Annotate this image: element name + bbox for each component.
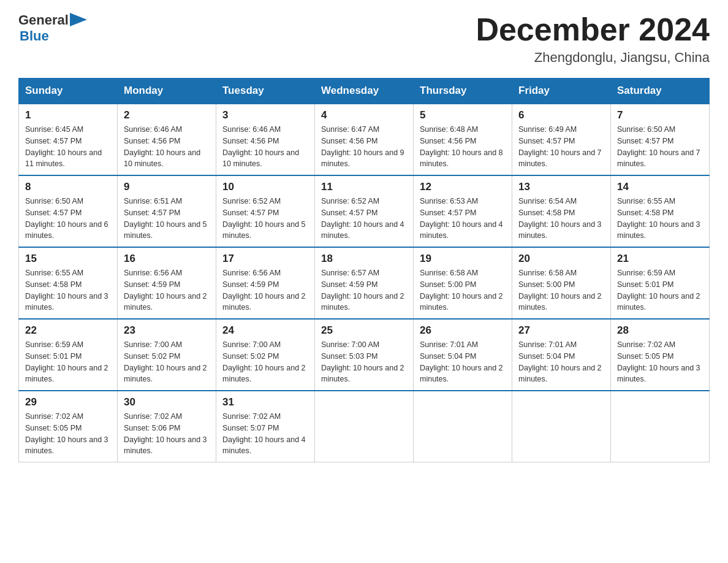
calendar-day-cell: 2 Sunrise: 6:46 AMSunset: 4:56 PMDayligh… — [118, 104, 216, 175]
day-info: Sunrise: 6:57 AMSunset: 4:59 PMDaylight:… — [321, 269, 404, 312]
day-info: Sunrise: 6:46 AMSunset: 4:56 PMDaylight:… — [222, 125, 299, 168]
calendar-day-cell: 10 Sunrise: 6:52 AMSunset: 4:57 PMDaylig… — [216, 175, 315, 247]
calendar-day-cell: 16 Sunrise: 6:56 AMSunset: 4:59 PMDaylig… — [118, 247, 216, 319]
calendar-day-cell — [414, 391, 512, 462]
day-number: 8 — [25, 181, 111, 193]
day-number: 9 — [124, 181, 210, 193]
calendar-day-cell: 21 Sunrise: 6:59 AMSunset: 5:01 PMDaylig… — [611, 247, 710, 319]
day-info: Sunrise: 7:00 AMSunset: 5:03 PMDaylight:… — [321, 340, 404, 383]
day-number: 25 — [321, 324, 407, 337]
weekday-header: Monday — [118, 79, 216, 104]
day-number: 16 — [124, 253, 210, 265]
calendar-day-cell: 29 Sunrise: 7:02 AMSunset: 5:05 PMDaylig… — [19, 391, 118, 462]
day-number: 22 — [25, 324, 111, 337]
title-block: December 2024 Zhengdonglu, Jiangsu, Chin… — [476, 12, 710, 66]
day-info: Sunrise: 7:00 AMSunset: 5:02 PMDaylight:… — [124, 340, 207, 383]
day-info: Sunrise: 6:58 AMSunset: 5:00 PMDaylight:… — [518, 269, 602, 312]
day-number: 24 — [222, 324, 308, 337]
calendar-day-cell: 7 Sunrise: 6:50 AMSunset: 4:57 PMDayligh… — [611, 104, 710, 175]
day-number: 10 — [222, 181, 308, 193]
weekday-header: Sunday — [19, 79, 118, 104]
calendar-day-cell: 1 Sunrise: 6:45 AMSunset: 4:57 PMDayligh… — [19, 104, 118, 175]
day-info: Sunrise: 7:01 AMSunset: 5:04 PMDaylight:… — [420, 340, 503, 383]
day-info: Sunrise: 7:00 AMSunset: 5:02 PMDaylight:… — [222, 340, 306, 383]
calendar-day-cell: 15 Sunrise: 6:55 AMSunset: 4:58 PMDaylig… — [19, 247, 118, 319]
day-info: Sunrise: 6:49 AMSunset: 4:57 PMDaylight:… — [518, 125, 602, 168]
weekday-header: Thursday — [414, 79, 512, 104]
day-info: Sunrise: 6:53 AMSunset: 4:57 PMDaylight:… — [420, 197, 503, 240]
calendar-day-cell: 3 Sunrise: 6:46 AMSunset: 4:56 PMDayligh… — [216, 104, 315, 175]
day-number: 29 — [25, 396, 111, 408]
calendar-day-cell: 17 Sunrise: 6:56 AMSunset: 4:59 PMDaylig… — [216, 247, 315, 319]
day-info: Sunrise: 6:50 AMSunset: 4:57 PMDaylight:… — [617, 125, 700, 168]
calendar-day-cell: 9 Sunrise: 6:51 AMSunset: 4:57 PMDayligh… — [118, 175, 216, 247]
weekday-header: Wednesday — [315, 79, 414, 104]
calendar-day-cell — [611, 391, 710, 462]
month-title: December 2024 — [476, 12, 710, 47]
calendar-day-cell: 27 Sunrise: 7:01 AMSunset: 5:04 PMDaylig… — [512, 319, 611, 391]
logo-arrow-icon — [70, 13, 87, 26]
day-number: 13 — [518, 181, 604, 193]
calendar-week-row: 15 Sunrise: 6:55 AMSunset: 4:58 PMDaylig… — [19, 247, 710, 319]
calendar-day-cell — [315, 391, 414, 462]
calendar-day-cell: 5 Sunrise: 6:48 AMSunset: 4:56 PMDayligh… — [414, 104, 512, 175]
day-number: 14 — [617, 181, 703, 193]
day-info: Sunrise: 6:54 AMSunset: 4:58 PMDaylight:… — [518, 197, 602, 240]
day-number: 30 — [124, 396, 210, 408]
day-number: 31 — [222, 396, 308, 408]
day-number: 6 — [518, 109, 604, 121]
day-number: 26 — [420, 324, 506, 337]
day-info: Sunrise: 6:45 AMSunset: 4:57 PMDaylight:… — [25, 125, 102, 168]
page-header: General Blue December 2024 Zhengdonglu, … — [18, 12, 710, 66]
day-info: Sunrise: 6:50 AMSunset: 4:57 PMDaylight:… — [25, 197, 108, 240]
day-number: 5 — [420, 109, 506, 121]
day-number: 17 — [222, 253, 308, 265]
calendar-day-cell: 23 Sunrise: 7:00 AMSunset: 5:02 PMDaylig… — [118, 319, 216, 391]
calendar-day-cell: 24 Sunrise: 7:00 AMSunset: 5:02 PMDaylig… — [216, 319, 315, 391]
day-info: Sunrise: 6:47 AMSunset: 4:56 PMDaylight:… — [321, 125, 404, 168]
day-info: Sunrise: 6:55 AMSunset: 4:58 PMDaylight:… — [617, 197, 700, 240]
day-number: 11 — [321, 181, 407, 193]
day-info: Sunrise: 6:58 AMSunset: 5:00 PMDaylight:… — [420, 269, 503, 312]
calendar-week-row: 1 Sunrise: 6:45 AMSunset: 4:57 PMDayligh… — [19, 104, 710, 175]
calendar-day-cell: 11 Sunrise: 6:52 AMSunset: 4:57 PMDaylig… — [315, 175, 414, 247]
calendar-day-cell: 22 Sunrise: 6:59 AMSunset: 5:01 PMDaylig… — [19, 319, 118, 391]
calendar-day-cell: 28 Sunrise: 7:02 AMSunset: 5:05 PMDaylig… — [611, 319, 710, 391]
day-number: 27 — [518, 324, 604, 337]
calendar-day-cell: 18 Sunrise: 6:57 AMSunset: 4:59 PMDaylig… — [315, 247, 414, 319]
calendar-day-cell: 19 Sunrise: 6:58 AMSunset: 5:00 PMDaylig… — [414, 247, 512, 319]
calendar-body: 1 Sunrise: 6:45 AMSunset: 4:57 PMDayligh… — [19, 104, 710, 462]
day-info: Sunrise: 7:02 AMSunset: 5:06 PMDaylight:… — [124, 412, 207, 455]
day-info: Sunrise: 6:59 AMSunset: 5:01 PMDaylight:… — [617, 269, 700, 312]
day-info: Sunrise: 6:51 AMSunset: 4:57 PMDaylight:… — [124, 197, 207, 240]
calendar-day-cell: 13 Sunrise: 6:54 AMSunset: 4:58 PMDaylig… — [512, 175, 611, 247]
day-number: 3 — [222, 109, 308, 121]
calendar-week-row: 8 Sunrise: 6:50 AMSunset: 4:57 PMDayligh… — [19, 175, 710, 247]
day-info: Sunrise: 7:02 AMSunset: 5:05 PMDaylight:… — [617, 340, 700, 383]
calendar-day-cell: 31 Sunrise: 7:02 AMSunset: 5:07 PMDaylig… — [216, 391, 315, 462]
day-number: 2 — [124, 109, 210, 121]
day-number: 1 — [25, 109, 111, 121]
calendar-day-cell: 12 Sunrise: 6:53 AMSunset: 4:57 PMDaylig… — [414, 175, 512, 247]
svg-marker-0 — [70, 13, 87, 26]
logo-text-general: General — [18, 12, 69, 28]
calendar-day-cell: 30 Sunrise: 7:02 AMSunset: 5:06 PMDaylig… — [118, 391, 216, 462]
weekday-header: Friday — [512, 79, 611, 104]
calendar-week-row: 22 Sunrise: 6:59 AMSunset: 5:01 PMDaylig… — [19, 319, 710, 391]
day-number: 20 — [518, 253, 604, 265]
day-number: 28 — [617, 324, 703, 337]
day-number: 19 — [420, 253, 506, 265]
day-info: Sunrise: 6:52 AMSunset: 4:57 PMDaylight:… — [321, 197, 404, 240]
day-info: Sunrise: 6:48 AMSunset: 4:56 PMDaylight:… — [420, 125, 503, 168]
day-number: 4 — [321, 109, 407, 121]
day-info: Sunrise: 6:59 AMSunset: 5:01 PMDaylight:… — [25, 340, 108, 383]
day-number: 15 — [25, 253, 111, 265]
day-number: 18 — [321, 253, 407, 265]
day-info: Sunrise: 6:46 AMSunset: 4:56 PMDaylight:… — [124, 125, 200, 168]
location-title: Zhengdonglu, Jiangsu, China — [476, 50, 710, 66]
day-info: Sunrise: 6:56 AMSunset: 4:59 PMDaylight:… — [222, 269, 306, 312]
day-info: Sunrise: 6:56 AMSunset: 4:59 PMDaylight:… — [124, 269, 207, 312]
day-info: Sunrise: 7:02 AMSunset: 5:07 PMDaylight:… — [222, 412, 306, 455]
day-info: Sunrise: 6:52 AMSunset: 4:57 PMDaylight:… — [222, 197, 306, 240]
logo-text-blue: Blue — [20, 28, 87, 44]
